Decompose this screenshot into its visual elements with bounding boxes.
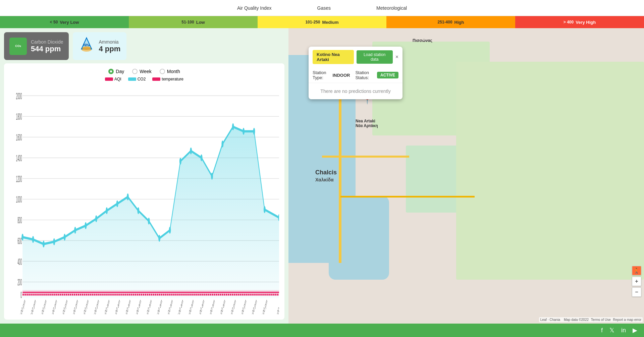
footer: f 𝕏 in ▶ — [0, 324, 644, 337]
youtube-icon[interactable]: ▶ — [633, 327, 637, 334]
svg-text:05:00 am: 05:00 am — [155, 297, 163, 314]
map-label-nea-artaki: Nea ArtakiΝέα Αρτάκη — [356, 119, 378, 128]
radio-month[interactable] — [160, 69, 165, 74]
svg-text:1800: 1800 — [16, 112, 22, 122]
map-controls: 🚶 + − — [632, 266, 641, 297]
chart-wrapper: 2000 1800 1600 1400 1200 1000 800 600 40… — [9, 84, 279, 314]
svg-point-36 — [127, 193, 129, 201]
svg-point-48 — [253, 128, 255, 135]
radio-day[interactable] — [108, 69, 114, 74]
station-type-value: INDOOR — [332, 73, 350, 78]
ammonia-value: 4 ppm — [99, 45, 121, 53]
legend-temperature: temperature — [152, 77, 183, 81]
svg-text:800: 800 — [17, 215, 22, 225]
svg-text:03:00 am: 03:00 am — [134, 297, 142, 314]
co2-label: Carbon Dioxide — [31, 39, 63, 45]
svg-text:23:00 pm: 23:00 pm — [92, 297, 99, 314]
sensors-row: CO₂ Carbon Dioxide 544 ppm NH₃ — [4, 32, 284, 60]
station-type-label: Station Type: — [313, 70, 327, 80]
twitter-icon[interactable]: 𝕏 — [609, 327, 614, 334]
svg-text:1600: 1600 — [16, 132, 22, 143]
svg-point-42 — [190, 148, 192, 155]
svg-point-45 — [221, 141, 223, 148]
no-predictions-text: There are no predictions currently — [309, 83, 402, 99]
svg-point-27 — [32, 236, 34, 243]
facebook-icon[interactable]: f — [601, 327, 603, 334]
svg-point-41 — [179, 158, 181, 165]
load-station-button[interactable]: Load station data — [357, 50, 393, 64]
svg-point-40 — [169, 227, 171, 234]
svg-point-28 — [43, 240, 45, 247]
svg-point-29 — [53, 238, 55, 245]
svg-text:16:00 pm: 16:00 pm — [18, 297, 26, 314]
svg-text:01:00 am: 01:00 am — [113, 297, 120, 314]
map-green-area3 — [456, 62, 644, 280]
linkedin-icon[interactable]: in — [621, 327, 626, 334]
svg-point-34 — [106, 207, 108, 214]
svg-text:09:00 am: 09:00 am — [197, 297, 205, 314]
ammonia-info: Ammonia 4 ppm — [99, 39, 121, 53]
ammonia-sensor-card: NH₃ Ammonia 4 ppm — [73, 32, 126, 60]
co2-area — [22, 127, 279, 298]
svg-point-26 — [21, 234, 23, 241]
map-label-pissonas: Πισσώνας — [413, 38, 432, 43]
nav-air-quality-index[interactable]: Air Quality Index — [234, 4, 274, 12]
svg-point-39 — [158, 235, 160, 242]
svg-point-47 — [243, 128, 245, 135]
map-road-horizontal — [322, 156, 409, 158]
svg-text:08:00 am: 08:00 am — [187, 297, 194, 314]
co2-sensor-card: CO₂ Carbon Dioxide 544 ppm — [4, 32, 69, 60]
svg-point-4 — [82, 47, 91, 50]
svg-text:400: 400 — [17, 257, 22, 267]
aqi-medium: 101-250 Medium — [258, 16, 386, 28]
station-status-label: Station Status: — [355, 70, 372, 80]
svg-text:NH₃: NH₃ — [83, 43, 89, 47]
station-status-badge: ACTIVE — [377, 72, 398, 78]
left-panel: CO₂ Carbon Dioxide 544 ppm NH₃ — [0, 28, 288, 324]
popup-details: Station Type: INDOOR Station Status: ACT… — [309, 67, 402, 83]
time-option-week[interactable]: Week — [132, 69, 152, 74]
svg-point-38 — [148, 218, 150, 225]
zoom-out-button[interactable]: − — [632, 287, 641, 297]
svg-point-49 — [264, 206, 266, 213]
svg-point-43 — [201, 154, 203, 161]
svg-text:06:00 am: 06:00 am — [166, 297, 173, 314]
map-panel[interactable]: ChalcisΧαλκίδα Nea ArtakiΝέα Αρτάκη Πισσ… — [288, 28, 644, 324]
map-road-vertical — [339, 95, 341, 263]
aqi-low: 51-100 Low — [129, 16, 258, 28]
svg-text:1400: 1400 — [16, 153, 22, 163]
svg-text:1000: 1000 — [16, 194, 22, 205]
svg-text:11:00 am: 11:00 am — [218, 297, 226, 314]
co2-icon: CO₂ — [9, 38, 27, 55]
time-option-day[interactable]: Day — [108, 69, 124, 74]
svg-text:20:00 pm: 20:00 pm — [60, 297, 68, 314]
chart-legend: AQI CO2 temperature — [9, 77, 279, 81]
svg-text:02:00 am: 02:00 am — [123, 297, 131, 314]
station-popup: Kotino Nea Artaki Load station data × St… — [309, 47, 402, 99]
legend-aqi: AQI — [105, 77, 121, 81]
close-button[interactable]: × — [395, 54, 398, 60]
ammonia-label: Ammonia — [99, 39, 121, 45]
station-name: Kotino Nea Artaki — [313, 50, 354, 64]
svg-point-30 — [64, 234, 66, 241]
svg-point-37 — [137, 207, 139, 214]
svg-text:04:00 am: 04:00 am — [145, 297, 152, 314]
svg-text:200: 200 — [17, 277, 22, 287]
svg-point-31 — [74, 227, 76, 234]
svg-text:13:00 pm: 13:00 pm — [239, 297, 247, 314]
map-water-bottom — [329, 196, 389, 280]
radio-week[interactable] — [132, 69, 138, 74]
zoom-in-button[interactable]: + — [632, 277, 641, 286]
svg-text:21:00 pm: 21:00 pm — [71, 297, 78, 314]
aqi-very-low: < 50 Very Low — [0, 16, 129, 28]
nav-gases[interactable]: Gases — [315, 4, 333, 12]
svg-text:22:00 pm: 22:00 pm — [82, 297, 89, 314]
svg-text:600: 600 — [17, 236, 22, 246]
pegman-icon[interactable]: 🚶 — [632, 266, 641, 275]
nav-meteorological[interactable]: Meteorological — [374, 4, 410, 12]
time-option-month[interactable]: Month — [160, 69, 180, 74]
line-chart: 2000 1800 1600 1400 1200 1000 800 600 40… — [9, 84, 279, 314]
svg-point-32 — [85, 222, 87, 229]
svg-point-33 — [95, 215, 97, 222]
map-label-chalcis: ChalcisΧαλκίδα — [315, 169, 337, 183]
